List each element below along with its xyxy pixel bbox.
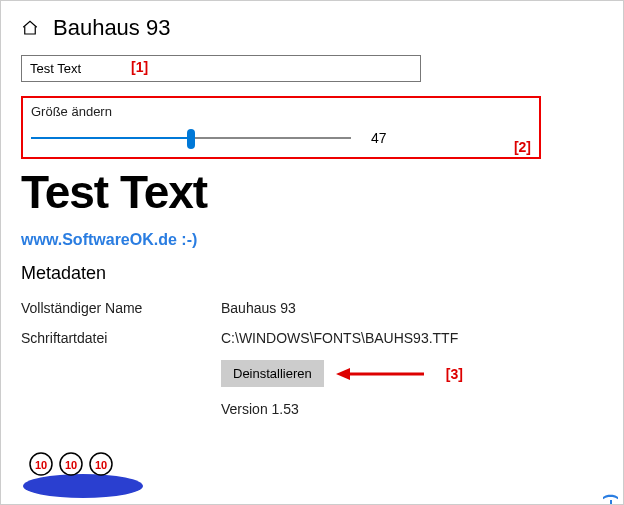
svg-point-5: [60, 453, 82, 475]
preview-text-input[interactable]: [21, 55, 421, 82]
annotation-3: [3]: [446, 366, 463, 382]
svg-text:10: 10: [65, 459, 77, 471]
size-slider[interactable]: [31, 127, 351, 149]
page-title: Bauhaus 93: [53, 15, 170, 41]
slider-thumb[interactable]: [187, 129, 195, 149]
home-icon[interactable]: [21, 19, 39, 37]
svg-text:10: 10: [95, 459, 107, 471]
meta-label-fullname: Vollständiger Name: [21, 300, 221, 316]
slider-label: Größe ändern: [31, 104, 529, 119]
svg-point-3: [30, 453, 52, 475]
meta-value-fontfile: C:\WINDOWS\FONTS\BAUHS93.TTF: [221, 330, 541, 346]
decorative-scribble: 10 10 10: [13, 438, 163, 498]
svg-point-2: [23, 474, 143, 498]
svg-marker-1: [336, 368, 350, 380]
watermark-text: www.SoftwareOK.de :-): [21, 231, 541, 249]
svg-text:10: 10: [35, 459, 47, 471]
meta-value-fullname: Bauhaus 93: [221, 300, 541, 316]
meta-value-version: Version 1.53: [221, 401, 541, 417]
size-slider-section: Größe ändern 47 [2]: [21, 96, 541, 159]
meta-label-fontfile: Schriftartdatei: [21, 330, 221, 346]
vertical-watermark: www.SoftwareOK.de :-): [601, 494, 619, 505]
slider-value: 47: [371, 130, 401, 146]
svg-point-7: [90, 453, 112, 475]
font-preview-text: Test Text: [21, 169, 541, 215]
metadata-heading: Metadaten: [21, 263, 541, 284]
uninstall-button[interactable]: Deinstallieren: [221, 360, 324, 387]
arrow-icon: [336, 365, 426, 383]
